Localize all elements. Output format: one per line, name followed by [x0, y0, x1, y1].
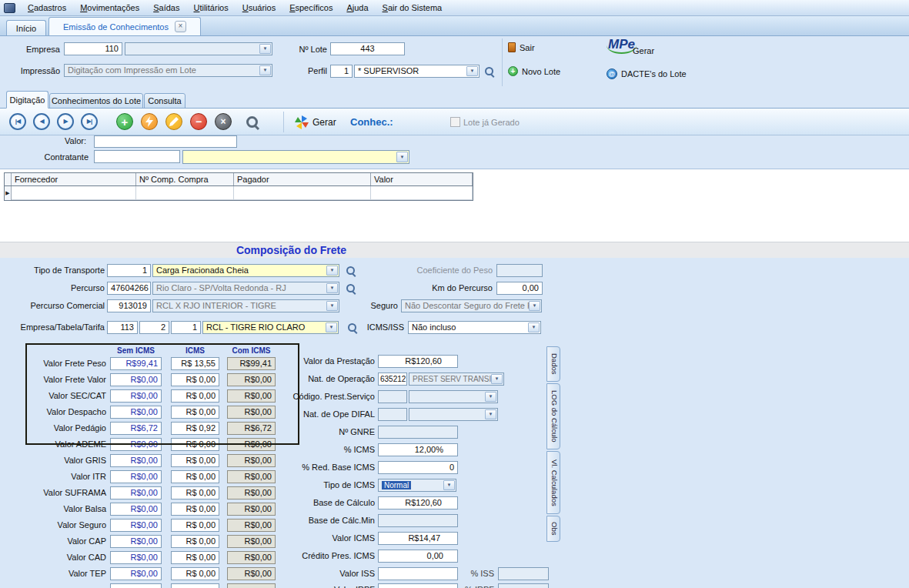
gerar-top-button[interactable]: Gerar	[633, 46, 654, 55]
valor-icms-field[interactable]: R$ 0,00	[171, 438, 219, 451]
percurso-search-icon[interactable]	[345, 282, 357, 295]
valor-sem-icms-field[interactable]: R$0,00	[110, 406, 162, 419]
menu-ajuda[interactable]: Ajuda	[339, 1, 375, 15]
grid-col-pagador[interactable]: Pagador	[234, 173, 371, 185]
subtab-digitacao[interactable]: Digitação	[6, 91, 48, 109]
perfil-search-icon[interactable]	[483, 65, 496, 78]
perfil-code-field[interactable]: 1	[330, 65, 353, 78]
dacte-button[interactable]: @ DACTE's do Lote	[607, 68, 687, 79]
valor-icms-field[interactable]: R$ 0,00	[171, 486, 219, 499]
contratante-code-field[interactable]	[94, 150, 180, 163]
tipo-icms-combo[interactable]: Normal ▼	[378, 479, 456, 492]
grid-row[interactable]: ▶	[5, 186, 473, 200]
valor-icms-total-field[interactable]: R$14,47	[378, 532, 458, 545]
tab-close-icon[interactable]: ×	[175, 21, 186, 32]
valor-sem-icms-field[interactable]: R$6,72	[110, 422, 162, 435]
valor-icms-field[interactable]	[171, 583, 219, 588]
menu-utilitarios[interactable]: Utilitários	[186, 1, 235, 15]
sidetab-dados[interactable]: Dados	[546, 346, 560, 382]
grid-col-fornecedor[interactable]: Fornecedor	[12, 173, 136, 185]
nat-operacao-code-field[interactable]: 635212	[378, 373, 407, 386]
menu-saidas[interactable]: Saídas	[146, 1, 186, 15]
tipo-transporte-code-field[interactable]: 1	[107, 264, 151, 277]
valor-sem-icms-field[interactable]: R$0,00	[110, 551, 162, 564]
base-calculo-field[interactable]: R$120,60	[378, 496, 458, 509]
next-record-button[interactable]: ▶	[57, 113, 74, 130]
percurso-code-field[interactable]: 47604266	[107, 282, 151, 295]
valor-icms-field[interactable]: R$ 0,00	[171, 454, 219, 467]
tarifa-numero-field[interactable]: 1	[171, 321, 201, 334]
post-record-button[interactable]	[141, 113, 158, 130]
tab-emissao-conhecimentos[interactable]: Emissão de Conhecimentos ×	[48, 17, 201, 35]
valor-prestacao-field[interactable]: R$120,60	[378, 355, 458, 368]
valor-icms-field[interactable]: R$ 0,92	[171, 422, 219, 435]
edit-record-button[interactable]	[165, 113, 182, 130]
search-icon[interactable]	[245, 115, 260, 130]
tipo-transporte-search-icon[interactable]	[345, 265, 357, 277]
valor-icms-field[interactable]: R$ 0,00	[171, 535, 219, 548]
valor-sem-icms-field[interactable]: R$0,00	[110, 567, 162, 580]
valor-icms-field[interactable]: R$ 0,00	[171, 551, 219, 564]
tarifa-empresa-field[interactable]: 113	[107, 321, 138, 334]
valor-sem-icms-field[interactable]: R$0,00	[110, 373, 162, 386]
menu-movimentacoes[interactable]: Movimentações	[73, 1, 146, 15]
perc-red-base-field[interactable]: 0	[378, 461, 458, 474]
valor-iss-field[interactable]	[378, 567, 458, 580]
valor-icms-field[interactable]: R$ 0,00	[171, 519, 219, 532]
perfil-combo[interactable]: * SUPERVISOR ▼	[354, 65, 480, 78]
novo-lote-button[interactable]: + Novo Lote	[508, 66, 560, 76]
valor-sem-icms-field[interactable]: R$99,41	[110, 357, 162, 370]
subtab-consulta[interactable]: Consulta	[144, 93, 185, 109]
valor-row-label: Valor Frete Valor	[0, 375, 106, 384]
valor-sem-icms-field[interactable]: R$0,00	[110, 486, 162, 499]
valor-irpf-field[interactable]	[378, 583, 458, 588]
tarifa-combo[interactable]: RCL - TIGRE RIO CLARO ▼	[202, 321, 339, 334]
valor-icms-field[interactable]: R$ 0,00	[171, 503, 219, 516]
tarifa-tabela-field[interactable]: 2	[139, 321, 169, 334]
last-record-button[interactable]: ▶|	[81, 113, 98, 130]
valor-sem-icms-field[interactable]: R$0,00	[110, 519, 162, 532]
tab-inicio[interactable]: Início	[6, 20, 46, 35]
icms-iss-combo[interactable]: Não incluso ▼	[408, 321, 541, 334]
menu-usuarios[interactable]: Usuários	[236, 1, 282, 15]
valor-icms-field[interactable]: R$ 0,00	[171, 373, 219, 386]
sidetab-obs[interactable]: Obs	[546, 516, 560, 542]
valor-icms-field[interactable]: R$ 0,00	[171, 406, 219, 419]
sidetab-vl-calculados[interactable]: Vl. Calculados	[546, 451, 560, 514]
delete-record-button[interactable]: −	[190, 113, 207, 130]
previous-record-button[interactable]: ◀	[33, 113, 50, 130]
valor-sem-icms-field[interactable]: R$0,00	[110, 503, 162, 516]
valor-icms-field[interactable]: R$ 13,55	[171, 357, 219, 370]
empresa-code-field[interactable]: 110	[64, 42, 122, 55]
grid-col-comp-compra[interactable]: Nº Comp. Compra	[136, 173, 234, 185]
sidetab-log-calculo[interactable]: LOG do Cálculo	[546, 383, 560, 449]
subtab-conhecimentos[interactable]: Conhecimentos do Lote	[49, 93, 143, 109]
valor-icms-field[interactable]: R$ 0,00	[171, 567, 219, 580]
menu-cadastros[interactable]: Cadastros	[21, 1, 73, 15]
gerar-toolbar-button[interactable]: Gerar	[295, 115, 336, 129]
lote-field[interactable]: 443	[330, 42, 405, 55]
cancel-record-button[interactable]: ×	[215, 113, 232, 130]
valor-sem-icms-field[interactable]: R$0,00	[110, 470, 162, 483]
km-percurso-field[interactable]: 0,00	[496, 282, 543, 295]
valor-icms-field[interactable]: R$ 0,00	[171, 389, 219, 403]
km-percurso-label: Km do Percurso	[385, 283, 493, 293]
valor-sem-icms-field[interactable]: R$0,00	[110, 535, 162, 548]
valor-icms-field[interactable]: R$ 0,00	[171, 470, 219, 483]
add-record-button[interactable]: +	[116, 113, 133, 130]
valor-sem-icms-field[interactable]: R$0,00	[110, 438, 162, 451]
first-record-button[interactable]: |◀	[9, 113, 26, 130]
valor-sem-icms-field[interactable]: R$0,00	[110, 454, 162, 467]
contratante-combo[interactable]: ▼	[182, 150, 409, 164]
menu-sair-do-sistema[interactable]: Sair do Sistema	[376, 1, 449, 15]
perc-icms-field[interactable]: 12,00%	[378, 443, 458, 456]
menu-especificos[interactable]: Específicos	[282, 1, 339, 15]
valor-sem-icms-field[interactable]: R$0,00	[110, 389, 162, 403]
credito-pres-field[interactable]: 0,00	[378, 550, 458, 563]
valor-sem-icms-field[interactable]	[110, 583, 162, 588]
sair-button[interactable]: Sair	[508, 42, 535, 52]
grid-col-valor[interactable]: Valor	[371, 173, 473, 185]
valor-field[interactable]	[94, 135, 237, 148]
percurso-comercial-code-field[interactable]: 913019	[107, 299, 151, 312]
tipo-transporte-combo[interactable]: Carga Fracionada Cheia ▼	[152, 264, 339, 277]
